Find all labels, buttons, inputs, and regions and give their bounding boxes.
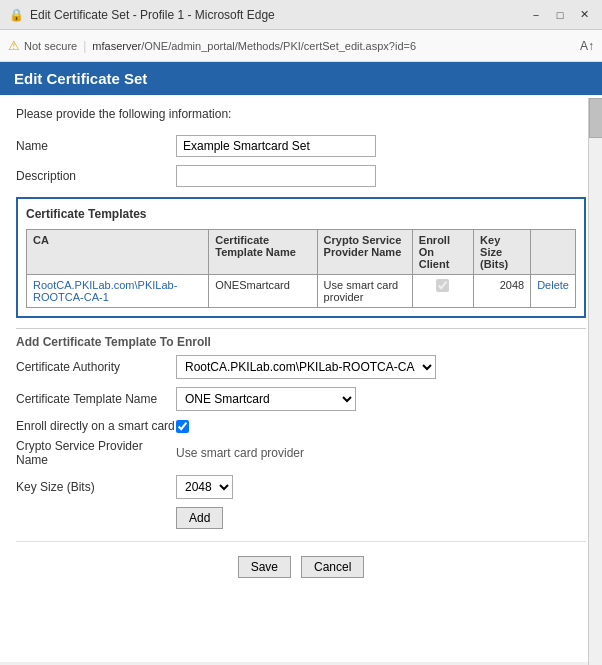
add-button-container: Add <box>176 507 586 529</box>
table-row: RootCA.PKILab.com\PKILab-ROOTCA-CA-1 ONE… <box>27 275 576 308</box>
key-size-label: Key Size (Bits) <box>16 480 176 494</box>
scrollbar-thumb[interactable] <box>589 98 602 138</box>
maximize-button[interactable]: □ <box>550 5 570 25</box>
enroll-directly-row: Enroll directly on a smart card <box>16 419 586 433</box>
col-header-template-name: Certificate Template Name <box>209 230 317 275</box>
template-name-label: Certificate Template Name <box>16 392 176 406</box>
address-url[interactable]: mfaserver/ONE/admin_portal/Methods/PKI/c… <box>92 40 574 52</box>
template-name-cell: ONESmartcard <box>209 275 317 308</box>
not-secure-label: Not secure <box>24 40 77 52</box>
enroll-directly-checkbox[interactable] <box>176 420 189 433</box>
title-bar-text: Edit Certificate Set - Profile 1 - Micro… <box>30 8 526 22</box>
description-label: Description <box>16 169 176 183</box>
ca-row: Certificate Authority RootCA.PKILab.com\… <box>16 355 586 379</box>
ca-label: Certificate Authority <box>16 360 176 374</box>
add-section-heading: Add Certificate Template To Enroll <box>16 328 586 349</box>
close-button[interactable]: ✕ <box>574 5 594 25</box>
description-row: Description <box>16 165 586 187</box>
page-title: Edit Certificate Set <box>14 70 147 87</box>
crypto-provider-label: Crypto Service Provider Name <box>16 439 176 467</box>
name-label: Name <box>16 139 176 153</box>
warning-icon: ⚠ <box>8 38 20 53</box>
col-header-ca: CA <box>27 230 209 275</box>
intro-text: Please provide the following information… <box>16 107 586 121</box>
enroll-directly-label: Enroll directly on a smart card <box>16 419 176 433</box>
crypto-provider-value: Use smart card provider <box>176 446 304 460</box>
cancel-button[interactable]: Cancel <box>301 556 364 578</box>
template-name-select[interactable]: ONE Smartcard <box>176 387 356 411</box>
col-header-keysize: Key Size (Bits) <box>474 230 531 275</box>
save-button[interactable]: Save <box>238 556 291 578</box>
window-controls: − □ ✕ <box>526 5 594 25</box>
ca-cell: RootCA.PKILab.com\PKILab-ROOTCA-CA-1 <box>27 275 209 308</box>
cert-table: CA Certificate Template Name Crypto Serv… <box>26 229 576 308</box>
address-divider: | <box>83 39 86 53</box>
main-content: Please provide the following information… <box>0 95 602 662</box>
certificate-templates-section: Certificate Templates CA Certificate Tem… <box>16 197 586 318</box>
cert-templates-title: Certificate Templates <box>26 207 576 221</box>
app-icon: 🔒 <box>8 7 24 23</box>
table-header-row: CA Certificate Template Name Crypto Serv… <box>27 230 576 275</box>
key-size-select[interactable]: 2048 <box>176 475 233 499</box>
col-header-enroll: Enroll On Client <box>412 230 473 275</box>
scrollbar-track <box>588 98 602 665</box>
name-input[interactable] <box>176 135 376 157</box>
description-input[interactable] <box>176 165 376 187</box>
enroll-cell <box>412 275 473 308</box>
ca-select[interactable]: RootCA.PKILab.com\PKILab-ROOTCA-CA-1 <box>176 355 436 379</box>
add-button[interactable]: Add <box>176 507 223 529</box>
page-header: Edit Certificate Set <box>0 62 602 95</box>
col-header-crypto: Crypto Service Provider Name <box>317 230 412 275</box>
keysize-cell: 2048 <box>474 275 531 308</box>
minimize-button[interactable]: − <box>526 5 546 25</box>
title-bar: 🔒 Edit Certificate Set - Profile 1 - Mic… <box>0 0 602 30</box>
delete-cell: Delete <box>531 275 576 308</box>
crypto-cell: Use smart card provider <box>317 275 412 308</box>
col-header-action <box>531 230 576 275</box>
accessibility-icon: A↑ <box>580 39 594 53</box>
url-host: mfaserver <box>92 40 141 52</box>
url-path: /ONE/admin_portal/Methods/PKI/certSet_ed… <box>141 40 416 52</box>
address-bar: ⚠ Not secure | mfaserver/ONE/admin_porta… <box>0 30 602 62</box>
ca-link[interactable]: RootCA.PKILab.com\PKILab-ROOTCA-CA-1 <box>33 279 177 303</box>
template-name-row: Certificate Template Name ONE Smartcard <box>16 387 586 411</box>
name-row: Name <box>16 135 586 157</box>
not-secure-indicator: ⚠ Not secure <box>8 38 77 53</box>
crypto-provider-row: Crypto Service Provider Name Use smart c… <box>16 439 586 467</box>
bottom-buttons: Save Cancel <box>16 541 586 586</box>
delete-link[interactable]: Delete <box>537 279 569 291</box>
enroll-checkbox[interactable] <box>436 279 449 292</box>
key-size-row: Key Size (Bits) 2048 <box>16 475 586 499</box>
